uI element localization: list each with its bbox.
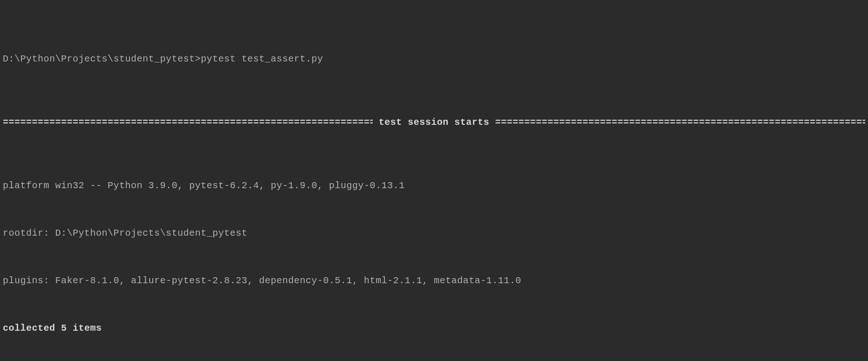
session-header-rule: ========================================… bbox=[3, 115, 865, 130]
rule-left: ========================================… bbox=[3, 115, 373, 130]
terminal-output: D:\Python\Projects\student_pytest>pytest… bbox=[0, 0, 868, 361]
command-prompt-line: D:\Python\Projects\student_pytest>pytest… bbox=[3, 51, 865, 67]
session-header-label: test session starts bbox=[373, 115, 495, 130]
rootdir-line: rootdir: D:\Python\Projects\student_pyte… bbox=[3, 225, 865, 241]
platform-line: platform win32 -- Python 3.9.0, pytest-6… bbox=[3, 178, 865, 194]
collected-line: collected 5 items bbox=[3, 320, 865, 336]
rule-right: ========================================… bbox=[495, 115, 865, 130]
plugins-line: plugins: Faker-8.1.0, allure-pytest-2.8.… bbox=[3, 273, 865, 289]
